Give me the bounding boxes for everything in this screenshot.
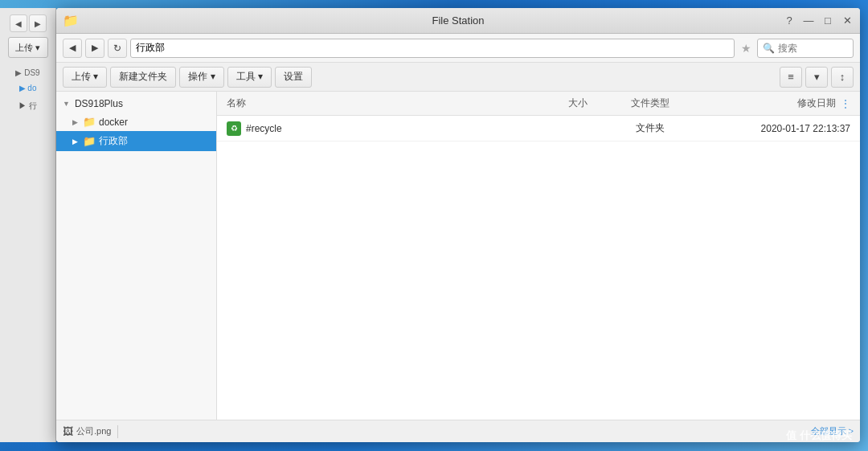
statusbar-filename: 🖼 公司.png xyxy=(63,425,111,437)
left-item-xing[interactable]: ▶ 行 xyxy=(15,99,40,113)
file-list-header: 名称 大小 文件类型 修改日期 ⋮ xyxy=(217,92,860,116)
minimize-btn[interactable]: — xyxy=(802,14,815,27)
col-date-more-icon[interactable]: ⋮ xyxy=(841,98,850,109)
restore-btn[interactable]: □ xyxy=(821,14,834,27)
settings-label: 设置 xyxy=(284,70,303,84)
left-item-do[interactable]: ▶ do xyxy=(16,82,40,94)
file-list: 名称 大小 文件类型 修改日期 ⋮ ♻ #recycle 文件夹 2020-0 xyxy=(217,92,860,420)
file-name-cell: ♻ #recycle xyxy=(227,121,546,136)
statusbar-filename-text: 公司.png xyxy=(76,425,111,437)
file-png-icon: 🖼 xyxy=(63,425,73,437)
sidebar-item-ds918plus-group[interactable]: ▼ DS918Plus xyxy=(56,95,216,113)
file-name-text: #recycle xyxy=(246,123,282,134)
search-icon: 🔍 xyxy=(763,43,775,54)
file-station-window: 📁 File Station ? — □ ✕ ◀ ▶ ↻ ★ 🔍 上传 ▾ 新建… xyxy=(56,8,860,442)
left-back-btn[interactable]: ◀ xyxy=(10,14,27,32)
left-nav-buttons: ◀ ▶ xyxy=(10,14,47,32)
sidebar-item-xingzhengbu[interactable]: ▶ 📁 行政部 xyxy=(56,131,216,151)
sidebar-xingzhengbu-label: 行政部 xyxy=(99,134,128,148)
folder-icon: 📁 xyxy=(83,116,96,128)
titlebar-title: File Station xyxy=(432,14,484,27)
watermark: 值 什么值得买 xyxy=(786,428,852,443)
recycle-icon: ♻ xyxy=(227,121,241,136)
main-content: ▼ DS918Plus ▶ 📁 docker ▶ 📁 行政部 名称 大小 文件类… xyxy=(56,92,860,420)
file-date-cell: 2020-01-17 22:13:37 xyxy=(690,123,850,134)
upload-btn[interactable]: 上传 ▾ xyxy=(63,67,107,88)
statusbar-separator xyxy=(117,425,118,438)
sidebar-ds918plus-label: DS918Plus xyxy=(75,98,123,109)
back-btn[interactable]: ◀ xyxy=(63,39,82,58)
col-date-label: 修改日期 xyxy=(797,96,836,110)
sidebar: ▼ DS918Plus ▶ 📁 docker ▶ 📁 行政部 xyxy=(56,92,217,420)
help-btn[interactable]: ? xyxy=(783,14,796,27)
chevron-icon: ▶ xyxy=(72,137,78,146)
view-list-btn[interactable]: ≡ xyxy=(780,67,802,88)
left-ds-label: ▶ DS9 xyxy=(12,68,43,77)
view-more-btn[interactable]: ▾ xyxy=(805,67,828,88)
title-icon-area: 📁 xyxy=(63,13,79,28)
search-box: 🔍 xyxy=(757,39,854,58)
refresh-btn[interactable]: ↻ xyxy=(108,39,127,58)
file-list-body: ♻ #recycle 文件夹 2020-01-17 22:13:37 xyxy=(217,116,860,420)
action-btn[interactable]: 操作 ▾ xyxy=(179,67,223,88)
statusbar: 🖼 公司.png 全部显示 > xyxy=(56,420,860,442)
tools-label: 工具 ▾ xyxy=(236,70,263,84)
view-sort-btn[interactable]: ↕ xyxy=(831,67,854,88)
new-folder-btn[interactable]: 新建文件夹 xyxy=(110,67,176,88)
left-panel: ◀ ▶ 上传 ▾ ▶ DS9 ▶ do ▶ 行 xyxy=(0,8,56,442)
col-type-header: 文件类型 xyxy=(610,96,690,110)
table-row[interactable]: ♻ #recycle 文件夹 2020-01-17 22:13:37 xyxy=(217,116,860,141)
sidebar-item-docker[interactable]: ▶ 📁 docker xyxy=(56,113,216,131)
toolbar: 上传 ▾ 新建文件夹 操作 ▾ 工具 ▾ 设置 ≡ ▾ ↕ xyxy=(56,63,860,92)
upload-label: 上传 ▾ xyxy=(72,70,98,84)
titlebar: 📁 File Station ? — □ ✕ xyxy=(56,8,860,34)
star-btn[interactable]: ★ xyxy=(738,40,754,56)
col-size-header: 大小 xyxy=(546,96,610,110)
chevron-icon: ▼ xyxy=(63,100,70,108)
tools-btn[interactable]: 工具 ▾ xyxy=(227,67,272,88)
col-date-header: 修改日期 ⋮ xyxy=(690,96,850,110)
new-folder-label: 新建文件夹 xyxy=(119,70,167,84)
close-btn[interactable]: ✕ xyxy=(841,14,854,27)
path-input[interactable] xyxy=(130,39,735,58)
title-folder-icon: 📁 xyxy=(63,13,79,28)
chevron-icon: ▶ xyxy=(72,118,78,126)
sidebar-docker-label: docker xyxy=(99,117,128,128)
action-label: 操作 ▾ xyxy=(188,70,215,84)
left-ds-text: ▶ DS9 xyxy=(15,68,39,77)
file-type-cell: 文件夹 xyxy=(610,121,690,135)
left-forward-btn[interactable]: ▶ xyxy=(29,14,47,32)
left-upload-btn[interactable]: 上传 ▾ xyxy=(8,37,48,58)
forward-btn[interactable]: ▶ xyxy=(85,39,104,58)
folder-icon: 📁 xyxy=(83,135,96,147)
titlebar-controls: ? — □ ✕ xyxy=(783,14,854,27)
addressbar: ◀ ▶ ↻ ★ 🔍 xyxy=(56,34,860,63)
col-name-header: 名称 xyxy=(227,96,546,110)
search-input[interactable] xyxy=(778,43,842,54)
settings-btn[interactable]: 设置 xyxy=(275,67,312,88)
